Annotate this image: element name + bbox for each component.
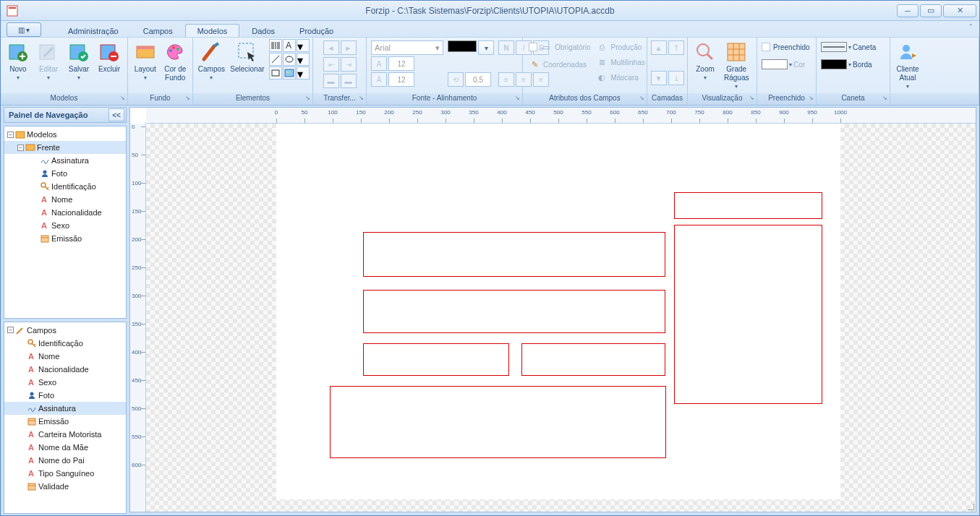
tree-item[interactable]: ANacionalidade xyxy=(4,206,126,219)
novo-button[interactable]: Novo▾ xyxy=(4,39,33,84)
tree-item[interactable]: Assinatura xyxy=(4,154,126,167)
expand-icon[interactable]: − xyxy=(7,132,14,138)
font-size2-spin[interactable]: 12 xyxy=(388,72,414,87)
tree-item[interactable]: ATipo Sanguíneo xyxy=(4,467,126,480)
tree-item[interactable]: ACarteira Motorista xyxy=(4,428,126,441)
producao-check[interactable]: ⎙Produção xyxy=(596,40,644,53)
tree-item[interactable]: Identificação xyxy=(4,180,126,193)
maximize-button[interactable]: ▭ xyxy=(920,4,942,17)
tool-barcode[interactable] xyxy=(269,39,282,52)
tree-item[interactable]: ANome da Mãe xyxy=(4,441,126,454)
tree-item[interactable]: Emissão xyxy=(4,232,126,245)
tool-rect[interactable] xyxy=(269,66,282,79)
field-icon xyxy=(27,403,37,413)
ribbon-collapse-button[interactable]: ˆ xyxy=(970,24,972,32)
design-field-box[interactable] xyxy=(363,343,509,376)
nav-collapse-button[interactable]: << xyxy=(108,108,124,121)
close-button[interactable]: ✕ xyxy=(943,4,976,17)
folder-icon xyxy=(15,129,25,139)
tree-item[interactable]: ANome xyxy=(4,193,126,206)
group-launcher[interactable]: ↘ xyxy=(359,95,364,101)
tool-image[interactable] xyxy=(283,66,296,79)
app-menu-button[interactable]: ▥ ▾ xyxy=(7,22,41,37)
layout-icon xyxy=(134,40,157,64)
font-color-dropdown[interactable]: ▾ xyxy=(478,40,494,55)
design-field-box[interactable] xyxy=(674,225,822,404)
group-launcher[interactable]: ↘ xyxy=(515,95,520,101)
design-canvas: 0501001502002503003504004505005506006507… xyxy=(129,107,976,512)
field-icon: A xyxy=(27,442,37,452)
excluir-button[interactable]: Excluir xyxy=(95,39,124,75)
multilinhas-check[interactable]: ≣Multilinhas xyxy=(596,56,644,69)
design-field-box[interactable] xyxy=(674,192,822,219)
resize-handle[interactable] xyxy=(964,500,974,510)
canvas-viewport[interactable] xyxy=(146,124,976,512)
salvar-button[interactable]: Salvar▾ xyxy=(64,39,93,84)
tab-administração[interactable]: Administração xyxy=(56,24,131,37)
tree-root-campos[interactable]: − Campos xyxy=(4,324,126,337)
tree-item[interactable]: Foto xyxy=(4,389,126,402)
pen-style-swatch[interactable] xyxy=(821,42,847,52)
tree-item[interactable]: Identificação xyxy=(4,337,126,350)
tree-item[interactable]: Assinatura xyxy=(4,402,126,415)
design-field-box[interactable] xyxy=(330,386,666,458)
coordenadas-check[interactable]: ✎Coordenadas xyxy=(529,58,590,71)
tree-item[interactable]: ANome do Pai xyxy=(4,454,126,467)
tool-dropdown2[interactable]: ▾ xyxy=(297,53,310,66)
tree-item[interactable]: Validade xyxy=(4,480,126,493)
tab-produção[interactable]: Produção xyxy=(287,24,346,37)
tree-item[interactable]: ASexo xyxy=(4,219,126,232)
field-icon: A xyxy=(27,468,37,478)
border-color-swatch[interactable] xyxy=(821,59,847,69)
group-launcher[interactable]: ↘ xyxy=(809,95,814,101)
tree-item[interactable]: ANome xyxy=(4,350,126,363)
tool-line[interactable] xyxy=(269,53,282,66)
tree-item[interactable]: Foto xyxy=(4,167,126,180)
transfer-right-button: ► xyxy=(341,40,357,55)
grade-button[interactable]: Grade Ráguas▾ xyxy=(721,39,751,93)
group-launcher[interactable]: ↘ xyxy=(749,95,754,101)
tool-text[interactable]: A xyxy=(283,39,296,52)
font-size-spin[interactable]: 12 xyxy=(388,56,414,71)
preenchido-check[interactable]: Preenchido xyxy=(762,42,810,52)
group-launcher[interactable]: ↘ xyxy=(305,95,310,101)
obrigatorio-check[interactable]: ▭Obrigatório xyxy=(529,40,590,53)
font-color-swatch[interactable] xyxy=(448,40,477,52)
design-field-box[interactable] xyxy=(363,232,665,277)
svg-text:A: A xyxy=(28,365,34,374)
tree-item[interactable]: ANacionalidade xyxy=(4,363,126,376)
layout-button[interactable]: Layout▾ xyxy=(131,39,160,84)
group-launcher[interactable]: ↘ xyxy=(120,95,125,101)
content-area: Painel de Navegação << − Modelos − Frent… xyxy=(1,106,979,515)
cliente-atual-button[interactable]: Cliente Atual▾ xyxy=(893,39,922,93)
minimize-button[interactable]: ─ xyxy=(897,4,919,17)
tree-item[interactable]: ASexo xyxy=(4,376,126,389)
group-launcher[interactable]: ↘ xyxy=(639,95,644,101)
tool-dropdown3[interactable]: ▾ xyxy=(297,66,310,79)
tree-root-modelos[interactable]: − Modelos xyxy=(4,128,126,141)
group-launcher[interactable]: ↘ xyxy=(185,95,190,101)
expand-icon[interactable]: − xyxy=(17,145,24,151)
tab-dados[interactable]: Dados xyxy=(239,24,287,37)
tree-item[interactable]: Emissão xyxy=(4,415,126,428)
group-launcher[interactable]: ↘ xyxy=(882,95,887,101)
design-field-box[interactable] xyxy=(521,343,665,376)
palette-icon xyxy=(163,40,187,64)
fill-color-swatch[interactable] xyxy=(762,59,788,69)
tool-ellipse[interactable] xyxy=(283,53,296,66)
mascara-check[interactable]: ◐Máscara xyxy=(596,71,644,84)
selecionar-button[interactable]: Selecionar xyxy=(229,39,266,75)
design-field-box[interactable] xyxy=(363,290,665,333)
svg-rect-28 xyxy=(728,43,745,61)
tab-campos[interactable]: Campos xyxy=(131,24,185,37)
spacing-spin[interactable]: 0,5 xyxy=(465,72,491,87)
tree-node-frente[interactable]: − Frente xyxy=(4,141,126,154)
svg-text:A: A xyxy=(28,352,34,361)
tab-modelos[interactable]: Modelos xyxy=(185,24,240,37)
expand-icon[interactable]: − xyxy=(7,327,14,333)
cor-fundo-button[interactable]: Cor de Fundo xyxy=(161,39,190,84)
campos-button[interactable]: Campos▾ xyxy=(196,39,227,84)
tool-dropdown1[interactable]: ▾ xyxy=(297,39,310,52)
font-family-combo[interactable]: Arial▾ xyxy=(371,40,443,55)
zoom-button[interactable]: Zoom▾ xyxy=(691,39,720,84)
